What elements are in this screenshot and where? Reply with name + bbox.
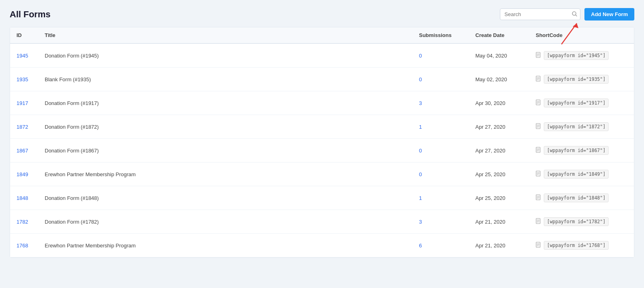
shortcode-value[interactable]: [wppayform id="1935"] xyxy=(544,75,609,84)
table-row: 1945 Donation Form (#1945) 0 May 04, 202… xyxy=(10,43,634,68)
cell-title: Erewhon Partner Membership Program xyxy=(38,234,413,257)
shortcode-value[interactable]: [wppayform id="1945"] xyxy=(544,51,609,60)
header-actions: Add New Form xyxy=(500,8,634,21)
cell-createdate: Apr 30, 2020 xyxy=(469,91,529,115)
cell-title: Donation Form (#1872) xyxy=(38,115,413,139)
submissions-link[interactable]: 0 xyxy=(419,148,422,154)
cell-submissions: 1 xyxy=(413,115,469,139)
table-row: 1848 Donation Form (#1848) 1 Apr 25, 202… xyxy=(10,186,634,210)
cell-id: 1945 xyxy=(10,43,38,68)
cell-id: 1935 xyxy=(10,68,38,91)
cell-createdate: Apr 27, 2020 xyxy=(469,115,529,139)
cell-createdate: Apr 25, 2020 xyxy=(469,186,529,210)
submissions-link[interactable]: 1 xyxy=(419,195,422,201)
form-id-link[interactable]: 1849 xyxy=(17,171,28,177)
shortcode-value[interactable]: [wppayform id="1917"] xyxy=(544,99,609,107)
forms-table: ID Title Submissions Create Date ShortCo… xyxy=(10,27,634,257)
document-icon xyxy=(536,218,541,226)
page-title: All Forms xyxy=(10,9,50,20)
table-row: 1867 Donation Form (#1867) 0 Apr 27, 202… xyxy=(10,139,634,163)
add-new-form-button[interactable]: Add New Form xyxy=(584,8,634,21)
table-row: 1849 Erewhon Partner Membership Program … xyxy=(10,163,634,186)
table-header-row: ID Title Submissions Create Date ShortCo… xyxy=(10,27,634,43)
cell-createdate: Apr 25, 2020 xyxy=(469,163,529,186)
shortcode-value[interactable]: [wppayform id="1848"] xyxy=(544,193,609,202)
document-icon xyxy=(536,123,541,131)
cell-title: Erewhon Partner Membership Program xyxy=(38,163,413,186)
shortcode-value[interactable]: [wppayform id="1768"] xyxy=(544,241,609,250)
shortcode-value[interactable]: [wppayform id="1782"] xyxy=(544,217,609,226)
table-row: 1768 Erewhon Partner Membership Program … xyxy=(10,234,634,257)
shortcode-value[interactable]: [wppayform id="1867"] xyxy=(544,146,609,155)
col-header-createdate: Create Date xyxy=(469,27,529,43)
document-icon xyxy=(536,194,541,202)
cell-submissions: 1 xyxy=(413,186,469,210)
table-row: 1935 Blank Form (#1935) 0 May 02, 2020 xyxy=(10,68,634,91)
submissions-link[interactable]: 3 xyxy=(419,100,422,106)
table-row: 1782 Donation Form (#1782) 3 Apr 21, 202… xyxy=(10,210,634,234)
submissions-link[interactable]: 6 xyxy=(419,243,422,249)
table-row: 1917 Donation Form (#1917) 3 Apr 30, 202… xyxy=(10,91,634,115)
submissions-link[interactable]: 3 xyxy=(419,219,422,225)
submissions-link[interactable]: 0 xyxy=(419,171,422,177)
cell-submissions: 3 xyxy=(413,91,469,115)
form-id-link[interactable]: 1945 xyxy=(17,53,28,59)
submissions-link[interactable]: 1 xyxy=(419,124,422,130)
cell-submissions: 6 xyxy=(413,234,469,257)
cell-shortcode: [wppayform id="1867"] xyxy=(529,139,634,163)
form-id-link[interactable]: 1935 xyxy=(17,76,28,82)
cell-id: 1872 xyxy=(10,115,38,139)
col-header-id: ID xyxy=(10,27,38,43)
cell-id: 1917 xyxy=(10,91,38,115)
cell-submissions: 3 xyxy=(413,210,469,234)
submissions-link[interactable]: 0 xyxy=(419,53,422,59)
cell-createdate: May 02, 2020 xyxy=(469,68,529,91)
cell-shortcode: [wppayform id="1849"] xyxy=(529,163,634,186)
cell-createdate: May 04, 2020 xyxy=(469,43,529,68)
cell-id: 1849 xyxy=(10,163,38,186)
submissions-link[interactable]: 0 xyxy=(419,76,422,82)
document-icon xyxy=(536,147,541,154)
form-id-link[interactable]: 1867 xyxy=(17,148,28,154)
search-wrapper xyxy=(500,8,580,20)
cell-id: 1768 xyxy=(10,234,38,257)
form-id-link[interactable]: 1848 xyxy=(17,195,28,201)
search-input[interactable] xyxy=(500,8,580,20)
cell-submissions: 0 xyxy=(413,43,469,68)
cell-id: 1848 xyxy=(10,186,38,210)
document-icon xyxy=(536,99,541,107)
cell-shortcode: [wppayform id="1848"] xyxy=(529,186,634,210)
page-wrapper: All Forms Add New Form ID Title Submi xyxy=(0,0,644,288)
col-header-title: Title xyxy=(38,27,413,43)
cell-shortcode: [wppayform id="1768"] xyxy=(529,234,634,257)
col-header-shortcode: ShortCode xyxy=(529,27,634,43)
cell-id: 1867 xyxy=(10,139,38,163)
cell-title: Donation Form (#1848) xyxy=(38,186,413,210)
cell-shortcode: [wppayform id="1872"] xyxy=(529,115,634,139)
cell-shortcode: [wppayform id="1945"] xyxy=(529,43,634,68)
cell-id: 1782 xyxy=(10,210,38,234)
cell-title: Donation Form (#1867) xyxy=(38,139,413,163)
document-icon xyxy=(536,76,541,83)
document-icon xyxy=(536,52,541,60)
cell-shortcode: [wppayform id="1935"] xyxy=(529,68,634,91)
table-row: 1872 Donation Form (#1872) 1 Apr 27, 202… xyxy=(10,115,634,139)
cell-createdate: Apr 21, 2020 xyxy=(469,234,529,257)
form-id-link[interactable]: 1917 xyxy=(17,100,28,106)
form-id-link[interactable]: 1782 xyxy=(17,219,28,225)
form-id-link[interactable]: 1768 xyxy=(17,243,28,249)
form-id-link[interactable]: 1872 xyxy=(17,124,28,130)
document-icon xyxy=(536,242,541,249)
col-header-submissions: Submissions xyxy=(413,27,469,43)
cell-submissions: 0 xyxy=(413,163,469,186)
cell-title: Donation Form (#1782) xyxy=(38,210,413,234)
forms-table-container: ID Title Submissions Create Date ShortCo… xyxy=(10,27,634,258)
cell-createdate: Apr 21, 2020 xyxy=(469,210,529,234)
page-header: All Forms Add New Form xyxy=(10,8,634,21)
cell-shortcode: [wppayform id="1917"] xyxy=(529,91,634,115)
shortcode-value[interactable]: [wppayform id="1849"] xyxy=(544,170,609,179)
shortcode-value[interactable]: [wppayform id="1872"] xyxy=(544,122,609,131)
cell-shortcode: [wppayform id="1782"] xyxy=(529,210,634,234)
cell-title: Blank Form (#1935) xyxy=(38,68,413,91)
document-icon xyxy=(536,171,541,178)
